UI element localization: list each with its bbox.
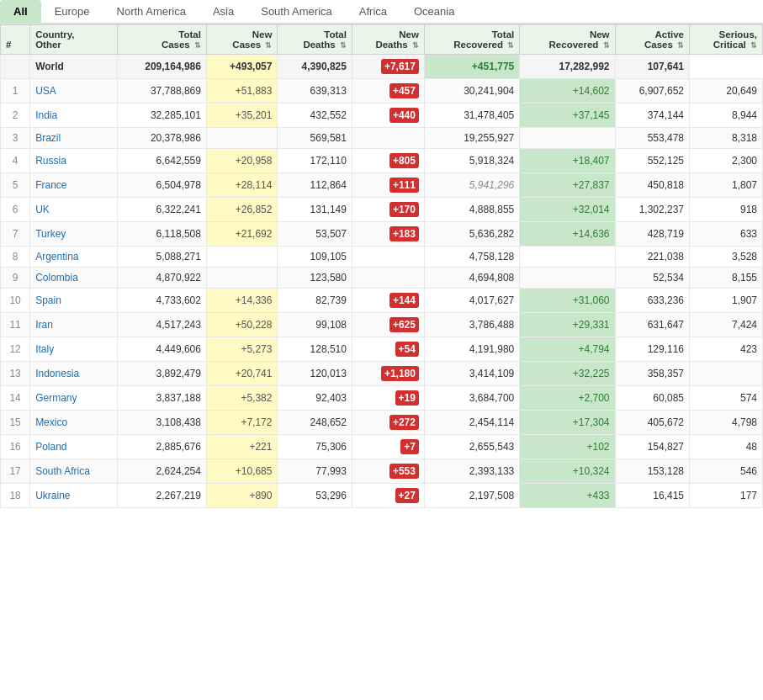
row-2-cell-1: Brazil — [30, 128, 118, 149]
row-7-cell-2: 5,088,271 — [117, 247, 206, 268]
country-link[interactable]: Turkey — [35, 228, 66, 240]
country-link[interactable]: Italy — [35, 343, 54, 355]
row-8-cell-9: 8,155 — [690, 268, 763, 289]
row-13-cell-4: 92,403 — [278, 386, 352, 411]
world-cell-2: 209,164,986 — [117, 55, 206, 79]
row-6-cell-2: 6,118,508 — [117, 222, 206, 247]
row-2-cell-2: 20,378,986 — [117, 128, 206, 149]
tab-asia[interactable]: Asia — [199, 0, 247, 23]
country-link[interactable]: Iran — [35, 319, 53, 331]
row-3-cell-7: +18,407 — [520, 149, 615, 173]
row-1-cell-0: 2 — [1, 103, 30, 128]
row-0-cell-9: 20,649 — [690, 79, 763, 103]
row-15-cell-9: 48 — [690, 435, 763, 459]
col-header-6[interactable]: TotalRecovered ⇅ — [424, 25, 519, 55]
col-header-4[interactable]: TotalDeaths ⇅ — [278, 25, 352, 55]
row-0-cell-5: +457 — [352, 79, 424, 103]
country-link[interactable]: Poland — [35, 441, 66, 453]
country-link[interactable]: South Africa — [35, 465, 90, 477]
row-2-cell-4: 569,581 — [278, 128, 352, 149]
world-cell-1: World — [30, 55, 118, 79]
tab-south-america[interactable]: South America — [247, 0, 346, 23]
row-16-cell-2: 2,624,254 — [117, 459, 206, 484]
world-cell-0 — [1, 55, 30, 79]
country-link[interactable]: Mexico — [35, 416, 67, 428]
row-14-cell-6: 2,454,114 — [424, 411, 519, 435]
row-9-cell-7: +31,060 — [520, 289, 615, 313]
row-12-cell-1: Indonesia — [30, 362, 118, 386]
country-link[interactable]: UK — [35, 204, 50, 215]
country-link[interactable]: Spain — [35, 294, 61, 306]
row-14-cell-3: +7,172 — [206, 411, 277, 435]
col-header-5[interactable]: NewDeaths ⇅ — [352, 25, 424, 55]
table-row: 11Iran4,517,243+50,22899,108+6253,786,48… — [1, 313, 763, 337]
country-link[interactable]: France — [35, 179, 66, 191]
table-row: 15Mexico3,108,438+7,172248,652+2722,454,… — [1, 411, 763, 435]
country-link[interactable]: Germany — [35, 392, 77, 404]
row-11-cell-8: 129,116 — [615, 337, 689, 362]
country-link[interactable]: Indonesia — [35, 368, 79, 379]
table-row: 8Argentina5,088,271109,1054,758,128221,0… — [1, 247, 763, 268]
row-12-cell-3: +20,741 — [206, 362, 277, 386]
row-9-cell-5: +144 — [352, 289, 424, 313]
country-link[interactable]: Ukraine — [35, 490, 70, 501]
world-row: World209,164,986+493,0574,390,825+7,617+… — [1, 55, 763, 79]
col-header-9[interactable]: Serious,Critical ⇅ — [690, 25, 763, 55]
country-link[interactable]: USA — [35, 85, 56, 97]
row-7-cell-8: 221,038 — [615, 247, 689, 268]
row-17-cell-3: +890 — [206, 484, 277, 508]
row-4-cell-8: 450,818 — [615, 173, 689, 198]
row-7-cell-6: 4,758,128 — [424, 247, 519, 268]
country-link[interactable]: Argentina — [35, 251, 78, 262]
country-link[interactable]: Colombia — [35, 272, 78, 284]
row-9-cell-8: 633,236 — [615, 289, 689, 313]
table-row: 16Poland2,885,676+22175,306+72,655,543+1… — [1, 435, 763, 459]
col-header-2[interactable]: TotalCases ⇅ — [117, 25, 206, 55]
row-1-cell-8: 374,144 — [615, 103, 689, 128]
row-17-cell-1: Ukraine — [30, 484, 118, 508]
row-1-cell-2: 32,285,101 — [117, 103, 206, 128]
row-6-cell-0: 7 — [1, 222, 30, 247]
row-3-cell-8: 552,125 — [615, 149, 689, 173]
row-9-cell-0: 10 — [1, 289, 30, 313]
row-10-cell-2: 4,517,243 — [117, 313, 206, 337]
row-5-cell-3: +26,852 — [206, 198, 277, 222]
row-5-cell-5: +170 — [352, 198, 424, 222]
row-0-cell-6: 30,241,904 — [424, 79, 519, 103]
row-16-cell-9: 546 — [690, 459, 763, 484]
row-9-cell-4: 82,739 — [278, 289, 352, 313]
table-row: 10Spain4,733,602+14,33682,739+1444,017,6… — [1, 289, 763, 313]
tab-bar: AllEuropeNorth AmericaAsiaSouth AmericaA… — [0, 0, 763, 24]
table-row: 9Colombia4,870,922123,5804,694,80852,534… — [1, 268, 763, 289]
world-cell-6: +7,617 — [352, 55, 424, 79]
tab-north-america[interactable]: North America — [103, 0, 199, 23]
country-link[interactable]: India — [35, 109, 57, 121]
row-2-cell-6: 19,255,927 — [424, 128, 519, 149]
col-header-8[interactable]: ActiveCases ⇅ — [615, 25, 689, 55]
table-row: 1USA37,788,869+51,883639,313+45730,241,9… — [1, 79, 763, 103]
row-15-cell-4: 75,306 — [278, 435, 352, 459]
table-row: 7Turkey6,118,508+21,69253,507+1835,636,2… — [1, 222, 763, 247]
tab-oceania[interactable]: Oceania — [400, 0, 468, 23]
country-link[interactable]: Russia — [35, 155, 66, 167]
row-17-cell-5: +27 — [352, 484, 424, 508]
row-0-cell-3: +51,883 — [206, 79, 277, 103]
row-15-cell-8: 154,827 — [615, 435, 689, 459]
row-4-cell-0: 5 — [1, 173, 30, 198]
row-8-cell-3 — [206, 268, 277, 289]
tab-africa[interactable]: Africa — [346, 0, 400, 23]
col-header-0: # — [1, 25, 30, 55]
tab-all[interactable]: All — [0, 0, 41, 23]
row-7-cell-0: 8 — [1, 247, 30, 268]
row-4-cell-7: +27,837 — [520, 173, 615, 198]
table-header: #Country,OtherTotalCases ⇅NewCases ⇅Tota… — [1, 25, 763, 55]
row-2-cell-3 — [206, 128, 277, 149]
row-13-cell-0: 14 — [1, 386, 30, 411]
tab-europe[interactable]: Europe — [41, 0, 103, 23]
row-9-cell-9: 1,907 — [690, 289, 763, 313]
col-header-3[interactable]: NewCases ⇅ — [206, 25, 277, 55]
col-header-7[interactable]: NewRecovered ⇅ — [520, 25, 615, 55]
row-0-cell-7: +14,602 — [520, 79, 615, 103]
row-4-cell-1: France — [30, 173, 118, 198]
country-link[interactable]: Brazil — [35, 132, 61, 144]
